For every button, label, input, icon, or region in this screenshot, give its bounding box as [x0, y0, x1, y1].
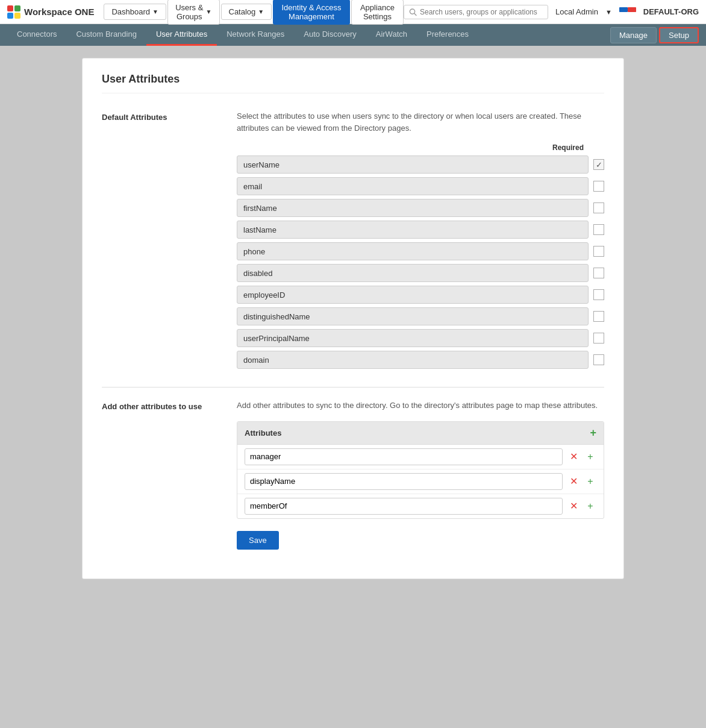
- add-after-displayname-button[interactable]: +: [584, 477, 596, 486]
- attr-input-disabled[interactable]: [237, 264, 589, 282]
- attr-input-phone[interactable]: [237, 242, 589, 260]
- add-attribute-plus-icon[interactable]: +: [590, 427, 596, 439]
- svg-line-1: [414, 13, 416, 15]
- logo-sq-yellow: [14, 13, 20, 19]
- search-box[interactable]: [404, 5, 548, 19]
- add-attr-row-manager: ✕ +: [237, 445, 604, 469]
- default-attributes-body: Select the attributes to use when users …: [237, 110, 604, 372]
- nav-appliance-settings[interactable]: Appliance Settings: [351, 0, 404, 25]
- attr-input-distinguishedname[interactable]: [237, 307, 589, 325]
- attr-row-domain: [237, 351, 604, 369]
- save-button[interactable]: Save: [237, 531, 279, 550]
- add-attr-input-memberof[interactable]: [245, 498, 563, 515]
- nav-custom-branding[interactable]: Custom Branding: [66, 24, 146, 46]
- dropdown-caret: ▼: [258, 8, 264, 15]
- setup-button[interactable]: Setup: [659, 27, 699, 43]
- attr-input-username[interactable]: [237, 155, 589, 174]
- remove-displayname-button[interactable]: ✕: [567, 477, 579, 486]
- attr-row-employeeid: [237, 286, 604, 304]
- attr-checkbox-phone[interactable]: [593, 246, 604, 257]
- top-right-area: Local Admin ▼ DEFAULT-ORG: [404, 5, 699, 19]
- attr-checkbox-firstname[interactable]: [593, 202, 604, 213]
- attr-input-lastname[interactable]: [237, 221, 589, 239]
- search-input[interactable]: [420, 8, 543, 16]
- search-icon: [409, 8, 417, 16]
- top-bar: Workspace ONE Dashboard ▼ Users & Groups…: [0, 0, 706, 24]
- add-attr-row-displayname: ✕ +: [237, 469, 604, 494]
- admin-label[interactable]: Local Admin: [555, 7, 598, 16]
- logo-sq-blue: [7, 13, 13, 19]
- svg-rect-3: [619, 7, 628, 12]
- attr-checkbox-employeeid[interactable]: [593, 289, 604, 300]
- attr-row-userprincipalname: [237, 329, 604, 347]
- default-attributes-section: Default Attributes Select the attributes…: [102, 110, 604, 372]
- nav-network-ranges[interactable]: Network Ranges: [217, 24, 294, 46]
- default-attributes-desc: Select the attributes to use when users …: [237, 110, 604, 134]
- required-header: Required: [237, 143, 604, 152]
- attr-row-username: ✓: [237, 155, 604, 174]
- org-label: DEFAULT-ORG: [643, 7, 699, 16]
- add-attributes-section: Add other attributes to use Add other at…: [102, 400, 604, 550]
- add-attributes-label: Add other attributes to use: [102, 400, 222, 550]
- add-attr-input-displayname[interactable]: [245, 473, 563, 490]
- dropdown-caret: ▼: [152, 8, 158, 15]
- required-label: Required: [552, 143, 584, 152]
- attr-row-phone: [237, 242, 604, 260]
- add-attributes-desc: Add other attributes to sync to the dire…: [237, 400, 604, 412]
- nav-connectors[interactable]: Connectors: [7, 24, 66, 46]
- checkmark-icon: ✓: [596, 160, 602, 169]
- content-card: User Attributes Default Attributes Selec…: [82, 58, 624, 579]
- dropdown-caret-admin: ▼: [605, 8, 612, 16]
- nav-dashboard[interactable]: Dashboard ▼: [104, 4, 166, 20]
- attributes-column-label: Attributes: [245, 428, 281, 438]
- logo-area: Workspace ONE: [7, 5, 94, 19]
- nav-identity-access[interactable]: Identity & Access Management: [273, 0, 350, 25]
- attr-checkbox-lastname[interactable]: [593, 224, 604, 235]
- nav-auto-discovery[interactable]: Auto Discovery: [294, 24, 366, 46]
- attr-input-firstname[interactable]: [237, 199, 589, 217]
- attr-input-employeeid[interactable]: [237, 286, 589, 304]
- logo-icon: [7, 5, 20, 19]
- attr-input-userprincipalname[interactable]: [237, 329, 589, 347]
- second-bar-right: Manage Setup: [610, 27, 699, 43]
- app-title: Workspace ONE: [24, 7, 94, 17]
- add-attributes-table: Attributes + ✕ + ✕ +: [237, 421, 604, 519]
- add-attr-row-memberof: ✕ +: [237, 494, 604, 518]
- svg-rect-5: [619, 12, 636, 17]
- section-divider: [102, 387, 604, 388]
- nav-catalog[interactable]: Catalog ▼: [221, 4, 272, 20]
- attr-input-email[interactable]: [237, 177, 589, 195]
- remove-memberof-button[interactable]: ✕: [567, 501, 579, 511]
- attr-checkbox-distinguishedname[interactable]: [593, 311, 604, 322]
- logo-sq-red: [7, 5, 13, 11]
- add-attributes-body: Add other attributes to sync to the dire…: [237, 400, 604, 550]
- attr-row-firstname: [237, 199, 604, 217]
- nav-users-groups[interactable]: Users & Groups ▼: [167, 0, 220, 25]
- second-nav-bar: Connectors Custom Branding User Attribut…: [0, 24, 706, 46]
- attr-row-lastname: [237, 221, 604, 239]
- svg-rect-4: [628, 7, 636, 12]
- default-attributes-label: Default Attributes: [102, 110, 222, 372]
- add-after-memberof-button[interactable]: +: [584, 501, 596, 511]
- attr-row-email: [237, 177, 604, 195]
- page-title: User Attributes: [102, 73, 604, 93]
- nav-airwatch[interactable]: AirWatch: [366, 24, 417, 46]
- attr-checkbox-username[interactable]: ✓: [593, 159, 604, 170]
- nav-preferences[interactable]: Preferences: [417, 24, 478, 46]
- add-attr-input-manager[interactable]: [245, 448, 563, 465]
- add-after-manager-button[interactable]: +: [584, 452, 596, 462]
- attr-checkbox-userprincipalname[interactable]: [593, 333, 604, 344]
- add-attributes-table-header: Attributes +: [237, 422, 604, 445]
- attr-input-domain[interactable]: [237, 351, 589, 369]
- nav-user-attributes[interactable]: User Attributes: [146, 24, 217, 46]
- attr-checkbox-email[interactable]: [593, 181, 604, 192]
- attr-row-disabled: [237, 264, 604, 282]
- dropdown-caret: ▼: [206, 8, 212, 15]
- manage-button[interactable]: Manage: [610, 27, 657, 43]
- main-content: User Attributes Default Attributes Selec…: [0, 46, 706, 591]
- attr-row-distinguishedname: [237, 307, 604, 325]
- remove-manager-button[interactable]: ✕: [567, 452, 579, 462]
- org-icon: [619, 6, 636, 18]
- attr-checkbox-disabled[interactable]: [593, 268, 604, 278]
- attr-checkbox-domain[interactable]: [593, 354, 604, 365]
